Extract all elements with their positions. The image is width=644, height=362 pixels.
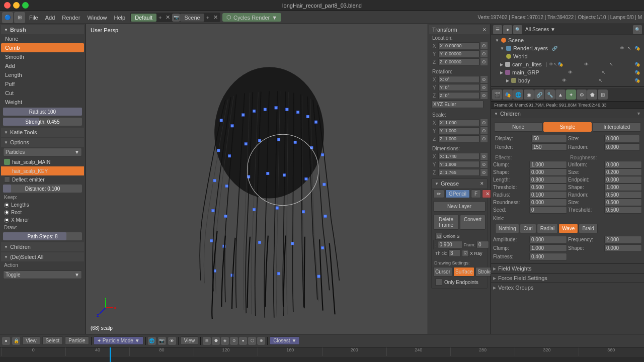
children-header-left[interactable]: Children bbox=[1, 242, 84, 251]
vt-view2-btn[interactable]: View bbox=[181, 336, 199, 345]
deflect-emitter-row[interactable]: Deflect emitter bbox=[1, 175, 84, 184]
particles-dropdown[interactable]: Particles ▼ bbox=[3, 148, 82, 156]
vt-render-icon-2[interactable]: ⬟ bbox=[212, 337, 220, 345]
gp-onion-checkbox[interactable]: ☑ bbox=[435, 233, 442, 240]
main-grp-cursor[interactable]: ↖ bbox=[602, 70, 606, 75]
size-r-value[interactable]: 0.200 bbox=[604, 168, 642, 176]
dim-x-btn[interactable]: ⊙ bbox=[480, 153, 488, 160]
uniform-value[interactable]: 0.000 bbox=[604, 161, 642, 168]
object-prop-icon[interactable]: ◉ bbox=[524, 89, 534, 100]
scale-z-btn[interactable]: ⊙ bbox=[480, 135, 488, 142]
interp-simple-btn[interactable]: Simple bbox=[543, 122, 592, 132]
hair-key-item[interactable]: hair_scalp_KEY bbox=[1, 166, 84, 175]
brush-add[interactable]: Add bbox=[1, 61, 84, 70]
shape-k-value[interactable]: 0.000 bbox=[604, 244, 642, 252]
frequency-value[interactable]: 2.000 bbox=[604, 236, 642, 243]
scene-icon[interactable]: 📷 bbox=[172, 14, 180, 22]
tab-close-default[interactable]: ✕ bbox=[164, 13, 172, 22]
scene-item[interactable]: ▼ Scene bbox=[492, 36, 643, 44]
interp-interpolated-btn[interactable]: Interpolated bbox=[593, 122, 641, 132]
rot-x-btn[interactable]: ⊙ bbox=[480, 76, 488, 83]
gp-f-btn[interactable]: F bbox=[471, 190, 481, 198]
loc-z-btn[interactable]: ⊙ bbox=[480, 58, 488, 65]
random-r-value[interactable]: 0.500 bbox=[604, 191, 642, 199]
particles-prop-icon[interactable]: ✦ bbox=[566, 89, 576, 100]
seed-value[interactable]: 0 bbox=[529, 206, 567, 214]
hair-main-item[interactable]: hair_scalp_MAIN bbox=[1, 157, 84, 166]
minimize-button[interactable] bbox=[13, 2, 20, 9]
particle-mode-dropdown[interactable]: ✦ Particle Mode ▼ bbox=[94, 336, 143, 345]
rot-y-btn[interactable]: ⊙ bbox=[480, 84, 488, 91]
katie-tools-header[interactable]: Katie Tools bbox=[1, 128, 84, 137]
action-dropdown[interactable]: Toggle ▼ bbox=[3, 270, 82, 279]
rot-x-input[interactable]: X: 0° bbox=[438, 76, 479, 83]
threshold-r-value[interactable]: 0.500 bbox=[604, 206, 642, 214]
renderlayers-cursor-icon[interactable]: ↖ bbox=[627, 46, 631, 51]
timeline-track[interactable] bbox=[0, 357, 644, 362]
vt-render-icon-1[interactable]: ⊞ bbox=[203, 337, 211, 345]
dim-y-input[interactable]: Y: 1.809 bbox=[438, 161, 479, 168]
search-icon-btn[interactable]: 🔍 bbox=[513, 25, 522, 34]
loc-x-input[interactable]: X: 0.00000 bbox=[438, 42, 479, 49]
loc-y-input[interactable]: Y: 0.00000 bbox=[438, 50, 479, 57]
vt-render-icon-6[interactable]: ⬡ bbox=[248, 337, 256, 345]
rot-y-input[interactable]: Y: 0° bbox=[438, 84, 479, 91]
only-endpoints-checkbox[interactable] bbox=[435, 279, 442, 286]
vt-render-icon-7[interactable]: ⊕ bbox=[257, 337, 265, 345]
clump-k-value[interactable]: 1.000 bbox=[529, 244, 567, 252]
gp-color-input[interactable]: 0.900 bbox=[438, 241, 463, 248]
random-value[interactable]: 0.000 bbox=[604, 143, 640, 151]
menu-window[interactable]: Window bbox=[84, 14, 110, 22]
brush-none[interactable]: None bbox=[1, 34, 84, 43]
strength-slider[interactable]: Strength: 0.455 bbox=[3, 118, 82, 126]
cam-lites-eye[interactable]: 👁 bbox=[584, 62, 589, 67]
threshold-value[interactable]: 0.500 bbox=[529, 184, 567, 191]
properties-icon-btn[interactable]: ● bbox=[503, 25, 512, 34]
gp-xray-checkbox[interactable]: ☑ bbox=[462, 250, 469, 257]
roundness-value[interactable]: 0.000 bbox=[529, 199, 567, 206]
vt-particle-btn[interactable]: Particle bbox=[65, 336, 89, 345]
keep-xmirror-row[interactable]: X Mirror bbox=[1, 216, 84, 224]
body-cursor[interactable]: ↖ bbox=[599, 78, 603, 83]
constraints-prop-icon[interactable]: 🔗 bbox=[534, 89, 544, 100]
renderlayers-eye-icon[interactable]: 👁 bbox=[620, 46, 624, 51]
delete-frame-btn[interactable]: Delete Frame bbox=[433, 215, 459, 230]
gp-color-box[interactable] bbox=[433, 240, 434, 249]
tab-add-default[interactable]: + bbox=[156, 14, 164, 22]
vt-view-btn[interactable]: View bbox=[22, 336, 40, 345]
tab-default[interactable]: Default bbox=[131, 14, 156, 22]
loc-y-btn[interactable]: ⊙ bbox=[480, 50, 488, 57]
vt-left-icon[interactable]: ● bbox=[2, 337, 10, 345]
scale-z-input[interactable]: Z: 1.000 bbox=[438, 135, 479, 142]
convert-btn[interactable]: Convert bbox=[460, 215, 486, 230]
shape-value[interactable]: 0.000 bbox=[529, 168, 567, 176]
blender-icon[interactable]: 🔵 bbox=[2, 12, 13, 23]
keep-lengths-row[interactable]: Lengths bbox=[1, 201, 84, 209]
menu-add[interactable]: Add bbox=[42, 14, 58, 22]
keep-lengths-radio[interactable] bbox=[4, 203, 9, 208]
scale-y-btn[interactable]: ⊙ bbox=[480, 127, 488, 134]
clump-value[interactable]: 1.000 bbox=[529, 161, 567, 168]
cam-lites-cursor[interactable]: ↖ bbox=[609, 62, 613, 67]
textures-prop-icon[interactable]: ⊞ bbox=[598, 89, 608, 100]
renderlayers-item[interactable]: ▼ RenderLayers 🔗 👁 ↖ 🎭 bbox=[492, 44, 643, 52]
all-scenes-dropdown[interactable]: All Scenes ▼ bbox=[523, 27, 557, 32]
options-header[interactable]: Options bbox=[1, 138, 84, 147]
main-grp-render[interactable]: 🎭 bbox=[634, 70, 640, 75]
tab-scene[interactable]: Scene bbox=[180, 14, 204, 22]
field-weights-section[interactable]: Field Weights bbox=[491, 263, 644, 273]
search-icon-2[interactable]: 🔍 bbox=[633, 25, 642, 34]
tab-close-scene[interactable]: ✕ bbox=[211, 13, 220, 22]
outliner-icon-btn[interactable]: ☰ bbox=[493, 25, 502, 34]
deselect-header[interactable]: (De)Select All bbox=[1, 252, 84, 261]
radius-slider[interactable]: Radius: 100 bbox=[3, 108, 82, 116]
brush-comb[interactable]: Comb bbox=[1, 43, 84, 52]
gpencil-btn[interactable]: GPencil bbox=[445, 190, 470, 198]
closest-dropdown[interactable]: Closest ▼ bbox=[270, 336, 300, 345]
shape-r-value[interactable]: 1.000 bbox=[604, 184, 642, 191]
brush-puff[interactable]: Puff bbox=[1, 79, 84, 88]
dim-y-btn[interactable]: ⊙ bbox=[480, 161, 488, 168]
euler-select[interactable]: XYZ Euler bbox=[431, 101, 484, 108]
menu-file[interactable]: File bbox=[26, 14, 41, 22]
vt-globe-icon[interactable]: 🌐 bbox=[148, 337, 156, 345]
